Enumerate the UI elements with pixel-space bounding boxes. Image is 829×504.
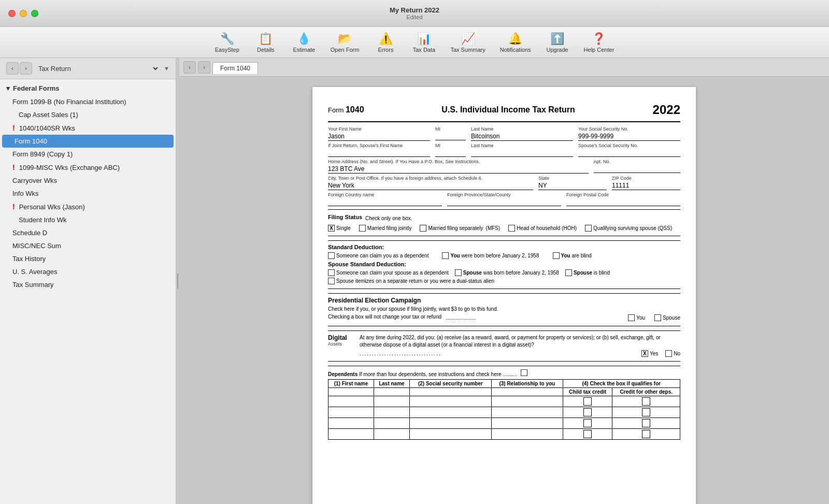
dep1-item[interactable]: Someone can claim you as a dependent — [328, 252, 428, 259]
minimize-button[interactable] — [20, 10, 27, 17]
sidebar-item-usaverages[interactable]: U. S. Averages — [0, 265, 176, 278]
pres-you-item[interactable]: You — [628, 314, 645, 321]
filing-single[interactable]: X Single — [328, 225, 351, 232]
sidebar-item-studentinfo[interactable]: Student Info Wk — [0, 213, 176, 226]
title-bar: My Return 2022 Edited — [0, 0, 829, 27]
dep3-item[interactable]: You are blind — [553, 252, 592, 259]
toolbar-upgrade[interactable]: ⬆️ Upgrade — [539, 29, 576, 56]
dep2-item[interactable]: You were born before January 2, 1958 — [442, 252, 539, 259]
digital-text: At any time during 2022, did you: (a) re… — [360, 334, 680, 349]
openform-icon: 📂 — [338, 32, 352, 46]
toolbar-taxsummary[interactable]: 📈 Tax Summary — [444, 29, 491, 56]
digital-assets-section: Digital Assets At any time during 2022, … — [328, 330, 680, 357]
standard-deduction-section: Standard Deduction: Someone can claim yo… — [328, 240, 680, 284]
sdep2-checkbox[interactable] — [455, 269, 462, 276]
toolbar-details[interactable]: 📋 Details — [248, 29, 284, 56]
zip-label: ZIP Code — [612, 176, 680, 181]
pres-you-label: You — [636, 315, 645, 321]
filing-mfj[interactable]: Married filing jointly — [359, 225, 412, 232]
digital-yes-item[interactable]: X Yes — [641, 350, 658, 357]
toolbar-openform[interactable]: 📂 Open Form — [324, 29, 366, 56]
spouse-itemize-checkbox[interactable] — [328, 278, 335, 284]
toolbar-easystep[interactable]: 🔧 EasyStep — [209, 29, 246, 56]
sdep1-checkbox[interactable] — [328, 269, 335, 276]
form-back-button[interactable]: ‹ — [183, 61, 196, 74]
filing-qss[interactable]: Qualifying surviving spouse (QSS) — [585, 225, 672, 232]
sidebar-item-taxhistory[interactable]: Tax History — [0, 252, 176, 265]
digital-yes-checkbox[interactable]: X — [641, 350, 648, 357]
maximize-button[interactable] — [31, 10, 38, 17]
form-forward-button[interactable]: › — [198, 61, 210, 74]
sidebar-item-label: Form 1040 — [15, 137, 47, 145]
dependents-section: Dependents If more than four dependents,… — [328, 366, 680, 440]
dependents-dots: .......... — [503, 371, 517, 377]
sidebar-item-infowks[interactable]: Info Wks — [0, 187, 176, 200]
toolbar-errors[interactable]: ⚠️ Errors — [367, 29, 404, 56]
sdep3-checkbox[interactable] — [565, 269, 572, 276]
pres-you-checkbox[interactable] — [628, 314, 635, 321]
toolbar-taxdata[interactable]: 📊 Tax Data — [406, 29, 442, 56]
dep3-relationship — [491, 418, 563, 429]
dep4-relationship — [491, 429, 563, 440]
dep3-checkbox[interactable] — [553, 252, 560, 259]
filing-mfs[interactable]: Married filing separately (MFS) — [420, 225, 500, 232]
mfs-checkbox[interactable] — [420, 225, 426, 232]
sidebar-group-federal-forms[interactable]: ▾ Federal Forms — [0, 81, 176, 95]
dep4-ssn — [409, 429, 491, 440]
toolbar: 🔧 EasyStep 📋 Details 💧 Estimate 📂 Open F… — [0, 27, 829, 58]
sidebar-item-personalwks[interactable]: !Personal Wks (Jason) — [0, 200, 176, 213]
sidebar-item-form1099b[interactable]: Form 1099-B (No Financial Institution) — [0, 95, 176, 108]
ssn-label: Your Social Security No. — [578, 126, 680, 132]
dependents-table: (1) First name Last name (2) Social secu… — [328, 379, 680, 440]
filing-hoh[interactable]: Head of household (HOH) — [508, 225, 577, 232]
digital-row: Digital Assets At any time during 2022, … — [328, 334, 680, 357]
sidebar-item-carryover[interactable]: Carryover Wks — [0, 174, 176, 187]
dep4-lastname — [374, 429, 409, 440]
sidebar-item-taxsummary[interactable]: Tax Summary — [0, 278, 176, 291]
dep2-checkbox[interactable] — [442, 252, 449, 259]
toolbar-notifications[interactable]: 🔔 Notifications — [494, 29, 537, 56]
dep1-otherdep — [612, 396, 680, 407]
qss-checkbox[interactable] — [585, 225, 592, 232]
pres-spouse-checkbox[interactable] — [654, 314, 661, 321]
presidential-text2: Checking a box will not change your tax … — [328, 314, 441, 320]
hoh-checkbox[interactable] — [508, 225, 515, 232]
dropdown-arrow-icon: ▼ — [164, 65, 169, 71]
digital-no-item[interactable]: No — [665, 350, 680, 357]
dep1-checkbox[interactable] — [328, 252, 335, 259]
sidebar-item-form8949[interactable]: Form 8949 (Copy 1) — [0, 148, 176, 161]
sidebar-item-capasset[interactable]: Cap Asset Sales (1) — [0, 108, 176, 121]
toolbar-estimate[interactable]: 💧 Estimate — [286, 29, 322, 56]
spouse-itemize-item[interactable]: Spouse itemizes on a separate return or … — [328, 278, 680, 284]
sidebar-dropdown[interactable]: Tax Return — [36, 64, 160, 73]
sdep3-item[interactable]: Spouse is blind — [565, 269, 610, 276]
sidebar-item-scheduled[interactable]: Schedule D — [0, 226, 176, 239]
sidebar-item-label: Carryover Wks — [12, 177, 57, 184]
sidebar: ‹ › Tax Return ▼ ▾ Federal Forms Form 10… — [0, 58, 176, 504]
sidebar-resize-handle[interactable] — [176, 58, 179, 504]
close-button[interactable] — [8, 10, 16, 17]
foreign-country-group: Foreign Country name — [328, 192, 442, 206]
sidebar-content: ▾ Federal Forms Form 1099-B (No Financia… — [0, 79, 176, 504]
sidebar-item-wks1040[interactable]: !1040/1040SR Wks — [0, 121, 176, 135]
sidebar-item-1099misc[interactable]: !1099-MISC Wks (Exchange ABC) — [0, 161, 176, 174]
pres-spouse-item[interactable]: Spouse — [654, 314, 680, 321]
dependents-overflow-checkbox[interactable] — [521, 369, 527, 376]
sidebar-forward-button[interactable]: › — [20, 62, 32, 75]
filing-status-options: X Single Married filing jointly Married … — [328, 225, 680, 232]
sdep1-item[interactable]: Someone can claim your spouse as a depen… — [328, 269, 449, 276]
toolbar-helpcenter[interactable]: ❓ Help Center — [578, 29, 621, 56]
sidebar-back-button[interactable]: ‹ — [6, 62, 19, 75]
foreign-postal-group: Foreign Postal Code — [566, 192, 680, 206]
presidential-title: Presidential Election Campaign — [328, 297, 680, 304]
sdep2-item[interactable]: Spouse was born before January 2, 1958 — [455, 269, 559, 276]
mfj-checkbox[interactable] — [359, 225, 366, 232]
apt-label: Apt. No. — [594, 159, 681, 164]
digital-no-checkbox[interactable] — [665, 350, 672, 357]
sidebar-item-form1040[interactable]: Form 1040 — [2, 135, 174, 148]
sidebar-item-miscnec[interactable]: MISC/NEC Sum — [0, 239, 176, 252]
form-tab-1040[interactable]: Form 1040 — [212, 62, 258, 74]
spouse-mi-group: MI — [435, 143, 466, 157]
form-scroll-area[interactable]: Form 1040 U.S. Individual Income Tax Ret… — [179, 77, 829, 504]
single-checkbox[interactable]: X — [328, 225, 335, 232]
